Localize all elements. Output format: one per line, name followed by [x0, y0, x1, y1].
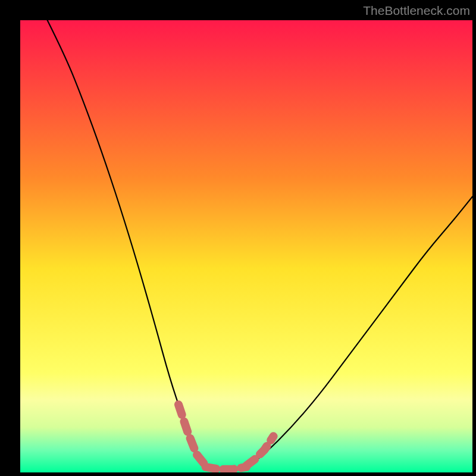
chart-background	[20, 20, 472, 472]
chart-plot-area	[20, 20, 472, 472]
chart-svg	[20, 20, 472, 472]
watermark-text: TheBottleneck.com	[363, 4, 470, 18]
series-highlight-bottom	[206, 467, 246, 469]
